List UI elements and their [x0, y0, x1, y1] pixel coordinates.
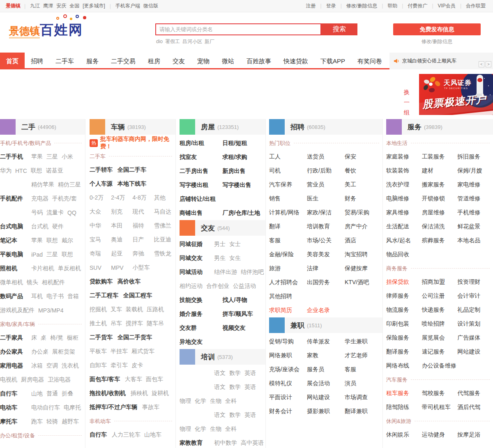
category-link[interactable]: 冰箱 — [31, 362, 43, 370]
category-link[interactable]: 桌 — [41, 334, 46, 342]
nav-item-8[interactable]: 微站 — [216, 53, 240, 69]
category-link[interactable]: 销售 — [269, 195, 281, 202]
category-link[interactable]: 事故车 — [142, 404, 159, 411]
category-link[interactable]: 电动自行车 — [31, 404, 60, 411]
category-link[interactable]: 法律 — [307, 265, 318, 271]
category-link[interactable]: 号码 — [31, 209, 43, 216]
category-link[interactable]: 工装服务 — [422, 153, 445, 160]
category-link[interactable]: 市场/公关 — [307, 237, 332, 244]
category-link[interactable]: 保健按摩 — [345, 265, 368, 271]
next-announcement-button[interactable]: > — [486, 61, 491, 67]
category-link[interactable]: 殡葬服务 — [422, 237, 445, 244]
nav-item-7[interactable]: 宠物 — [191, 53, 216, 69]
subcategory-label[interactable]: 手机配件 — [0, 195, 31, 202]
category-link[interactable]: 促销/导购 — [269, 338, 294, 345]
category-link[interactable]: 戴尔 — [62, 237, 73, 244]
category-link[interactable]: 台式机 — [31, 223, 48, 230]
category-link[interactable]: 房产中介 — [345, 223, 368, 230]
nav-item-12[interactable]: 有奖问卷 — [351, 53, 388, 69]
category-link[interactable]: 结伴泡吧 — [241, 269, 264, 276]
category-link[interactable]: 手机维修 — [457, 209, 480, 216]
category-link[interactable]: 结伴出游 — [214, 269, 237, 276]
category-link[interactable]: 培训教育 — [307, 223, 330, 230]
category-link[interactable]: 平面设计 — [269, 394, 292, 400]
category-link[interactable]: 诺基亚 — [46, 167, 63, 175]
category-link[interactable]: 半挂车 — [111, 348, 128, 355]
category-link[interactable]: 二手房出售 — [180, 168, 208, 174]
category-link[interactable]: 电视机 — [0, 376, 17, 384]
ad-banner[interactable]: 天风证券 TF SECURITIES 股票极速开户 — [419, 74, 493, 115]
category-link[interactable]: 日产 — [133, 236, 144, 243]
category-link[interactable]: 生物 — [210, 397, 221, 405]
category-link[interactable]: 吊车 — [111, 320, 122, 327]
category-link[interactable]: 音箱 — [67, 293, 79, 300]
category-link[interactable]: 租车服务 — [386, 390, 409, 396]
category-link[interactable]: 奥迪 — [111, 236, 122, 243]
category-link[interactable]: 旋耕机 — [152, 390, 169, 397]
category-link[interactable]: HTC — [15, 168, 27, 174]
category-link[interactable]: 办公设备维修 — [422, 362, 456, 369]
category-link[interactable]: 皮卡 — [131, 362, 143, 369]
category-link[interactable]: 商铺出售 — [180, 209, 203, 216]
category-link[interactable]: 二手工程车 — [90, 292, 118, 299]
category-link[interactable]: 本地下线车 — [117, 180, 146, 188]
category-link[interactable]: KTV/酒吧 — [345, 279, 369, 285]
category-link[interactable]: 人才招聘会 — [269, 279, 298, 285]
category-link[interactable]: 旅游 — [269, 265, 281, 271]
nav-item-3[interactable]: 服务 — [80, 53, 105, 69]
category-link[interactable]: 建材 — [422, 167, 433, 174]
category-link[interactable]: 办公桌 — [31, 348, 48, 356]
category-link[interactable]: 洗衣护理 — [386, 181, 409, 188]
category-link[interactable]: 找人/寻物 — [223, 296, 247, 303]
category-link[interactable]: 牵引车 — [111, 362, 128, 369]
current-city[interactable]: 景德镇 — [6, 2, 21, 9]
category-link[interactable]: 酒店 — [345, 237, 356, 244]
category-link[interactable]: 耳机 — [31, 293, 43, 300]
category-link[interactable]: 工人 — [269, 153, 281, 160]
category-link[interactable]: 写字楼出租 — [180, 181, 208, 188]
category-link[interactable]: 雪铁龙 — [154, 250, 171, 257]
nearby-city-link[interactable]: 安庆 — [56, 3, 66, 9]
category-link[interactable]: 家政/保洁 — [307, 209, 332, 216]
category-link[interactable]: SUV — [90, 264, 101, 271]
subcategory-label[interactable]: 自行车 — [0, 390, 31, 397]
category-link[interactable]: 写字楼出售 — [223, 181, 251, 188]
category-link[interactable]: 单反相机 — [58, 265, 81, 272]
category-link[interactable]: 淘宝招聘 — [345, 251, 368, 257]
category-link[interactable]: 男士 — [214, 241, 226, 248]
category-link[interactable]: iPad — [31, 251, 43, 258]
promo-link[interactable]: 批车利器车商内网，限时免费！ — [100, 136, 175, 150]
category-link[interactable]: 椅/凳 — [50, 334, 63, 342]
category-link[interactable]: 洗衣机 — [62, 362, 79, 370]
category-link[interactable]: 演员 — [345, 380, 356, 386]
category-title[interactable]: 招聘 — [290, 122, 304, 132]
category-link[interactable]: 雪佛兰 — [154, 222, 171, 229]
category-link[interactable]: 翻译 — [269, 223, 281, 230]
hot-keyword-link[interactable]: 署假工 — [165, 39, 180, 44]
hot-keyword-link[interactable]: dio — [156, 39, 163, 44]
category-link[interactable]: 美容美发 — [307, 251, 330, 257]
category-link[interactable]: 语文 — [214, 370, 226, 377]
category-link[interactable]: 拆旧服务 — [457, 153, 480, 160]
category-link[interactable]: 贷款购车 — [90, 278, 113, 285]
category-link[interactable]: 技能交换 — [180, 296, 203, 303]
category-link[interactable]: 摄影兼职 — [307, 408, 330, 414]
category-link[interactable]: 展览展会 — [422, 334, 445, 341]
category-link[interactable]: 物理 — [180, 397, 191, 405]
category-link[interactable]: 高中英语 — [241, 439, 264, 447]
category-link[interactable]: 保姆/月嫂 — [457, 167, 482, 174]
subcategory-label[interactable]: 二手手机 — [0, 153, 31, 161]
category-link[interactable]: 推土机 — [90, 320, 107, 327]
edit-delete-link[interactable]: 修改/删除信息 — [393, 38, 481, 45]
category-link[interactable]: 搅拌车 — [126, 320, 143, 327]
hot-keyword-link[interactable]: 昌河小区 — [182, 39, 202, 44]
category-link[interactable]: 其他招聘 — [269, 293, 292, 299]
category-link[interactable]: 展会活动 — [307, 380, 330, 386]
category-link[interactable]: 别克 — [111, 208, 122, 215]
category-link[interactable]: 大众 — [90, 208, 101, 215]
category-link[interactable]: 精仿苹果 — [31, 181, 54, 188]
category-link[interactable]: 家庭装修 — [386, 153, 409, 160]
hot-keyword-link[interactable]: 新厂 — [205, 39, 214, 44]
category-link[interactable]: 奔驰 — [133, 250, 144, 257]
category-link[interactable]: 联想 — [46, 237, 58, 244]
